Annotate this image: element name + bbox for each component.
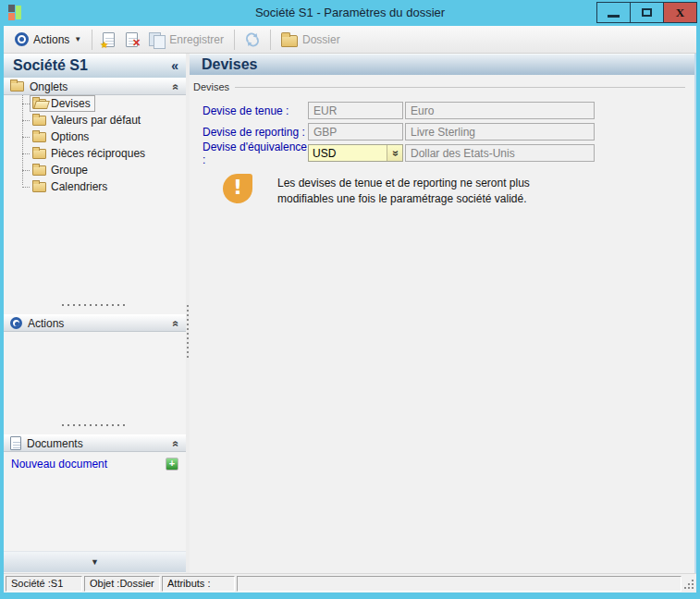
groupbox-line [235, 87, 685, 88]
maximize-icon [642, 8, 652, 17]
chevron-up-icon: « [170, 320, 183, 326]
warning-text: Les devises de tenue et de reporting ne … [277, 174, 544, 207]
actions-menu-button[interactable]: Actions ▼ [9, 31, 87, 48]
devise-reporting-code-field: GBP [308, 123, 403, 141]
tree-item-label: Options [51, 130, 89, 143]
toolbar-separator [270, 30, 271, 50]
form-row-devise-tenue: Devise de tenue : EUR Euro [203, 102, 694, 119]
actions-menu-label: Actions [33, 33, 69, 46]
toolbar-separator [234, 30, 235, 50]
tree-item-groupe[interactable]: Groupe [4, 162, 186, 178]
folder-open-icon [32, 99, 46, 109]
toolbar-separator [92, 30, 92, 50]
main-panel: Devises Devises Devise de tenue : EUR Eu… [190, 54, 696, 573]
refresh-button[interactable] [239, 31, 265, 49]
tree-item-devises[interactable]: Devises [4, 95, 186, 112]
dossier-label: Dossier [302, 33, 340, 46]
devise-tenue-code-field: EUR [308, 102, 403, 119]
resize-grip[interactable] [682, 578, 694, 589]
section-header-actions[interactable]: Actions « [4, 314, 186, 332]
splitter-grip-dots [187, 305, 189, 361]
form-row-devise-equivalence: Devise d'équivalence : USD « Dollar des … [203, 144, 694, 162]
section-label-documents: Documents [27, 437, 167, 450]
dossier-button[interactable]: Dossier [276, 31, 346, 49]
sidebar-title: Société S1 [13, 57, 171, 74]
folder-icon [281, 35, 298, 47]
chevron-down-icon: ▼ [74, 35, 81, 43]
delete-button[interactable]: ✕ [120, 31, 143, 49]
scroll-down-icon: ▼ [91, 557, 99, 567]
tree-item-label: Valeurs par défaut [51, 114, 141, 127]
warning-message: ! Les devises de tenue et de reporting n… [223, 174, 544, 207]
folder-icon [32, 149, 46, 159]
folder-icon [32, 116, 46, 126]
panel-splitter[interactable] [4, 423, 186, 426]
section-header-documents[interactable]: Documents « [4, 434, 186, 452]
tree-item-label: Calendriers [51, 180, 107, 193]
star-icon: ★ [100, 40, 108, 50]
devise-equivalence-combobox[interactable]: USD « [308, 144, 403, 162]
folder-icon [32, 132, 46, 142]
refresh-icon [245, 32, 260, 47]
minimize-button[interactable] [596, 2, 631, 23]
save-label: Enregistrer [169, 33, 224, 46]
folder-icon [32, 165, 46, 176]
warning-icon: ! [223, 174, 252, 203]
tree-item-label: Devises [51, 97, 91, 110]
close-icon: X [676, 6, 684, 20]
tree-item-calendriers[interactable]: Calendriers [4, 178, 186, 195]
app-window: Société S1 - Paramètres du dossier X Act… [0, 0, 700, 599]
actions-target-icon [15, 32, 29, 46]
field-label: Devise d'équivalence : [203, 141, 308, 166]
folder-icon [10, 81, 24, 92]
title-bar[interactable]: Société S1 - Paramètres du dossier X [0, 0, 700, 26]
add-document-button[interactable]: + [166, 458, 178, 471]
sidebar-scroll-down-button[interactable]: ▼ [4, 551, 186, 572]
document-icon [10, 436, 21, 450]
field-label: Devise de tenue : [203, 104, 308, 117]
sidebar: Société S1 « Onglets « Devises Valeurs p… [4, 54, 186, 573]
chevron-up-icon: « [170, 83, 183, 90]
delete-page-icon: ✕ [126, 32, 138, 47]
page-title: Devises [202, 56, 258, 73]
actions-target-icon [10, 317, 22, 329]
section-label-actions: Actions [28, 317, 167, 330]
window-title: Société S1 - Paramètres du dossier [0, 6, 700, 19]
devises-groupbox-header: Devises [193, 81, 685, 92]
new-document-link[interactable]: Nouveau document [11, 458, 166, 471]
tree-item-pieces-reciproques[interactable]: Pièces réciproques [4, 145, 186, 162]
save-button[interactable]: Enregistrer [143, 31, 229, 49]
new-document-button[interactable]: ★ [97, 31, 120, 49]
groupbox-label: Devises [193, 81, 229, 92]
status-empty-panel [237, 576, 682, 592]
devise-equivalence-name-field: Dollar des Etats-Unis [405, 144, 595, 162]
combobox-value: USD [309, 145, 387, 161]
save-icon [149, 32, 165, 47]
main-header: Devises [190, 54, 694, 75]
collapse-sidebar-icon[interactable]: « [171, 58, 178, 73]
devises-form: Devise de tenue : EUR Euro Devise de rep… [203, 102, 694, 162]
maximize-button[interactable] [630, 2, 664, 23]
toolbar: Actions ▼ ★ ✕ Enregistrer [4, 26, 696, 54]
chevron-double-down-icon: « [388, 150, 401, 156]
chevron-up-icon: « [170, 440, 183, 446]
combobox-dropdown-button[interactable]: « [387, 145, 402, 161]
status-bar: Société :S1 Objet :Dossier Attributs : [4, 573, 696, 593]
sidebar-title-bar: Société S1 « [4, 54, 186, 78]
status-attributes: Attributs : [162, 576, 235, 592]
delete-x-icon: ✕ [132, 37, 141, 49]
devise-reporting-name-field: Livre Sterling [405, 123, 595, 141]
folder-icon [32, 182, 46, 192]
close-button[interactable]: X [663, 2, 697, 23]
tree-item-valeurs-par-defaut[interactable]: Valeurs par défaut [4, 112, 186, 128]
status-company: Société :S1 [6, 576, 82, 592]
new-document-row: Nouveau document + [4, 455, 186, 473]
panel-splitter[interactable] [4, 303, 186, 306]
onglets-tree: Devises Valeurs par défaut Options Pièce… [4, 95, 186, 195]
status-object: Objet :Dossier [84, 576, 160, 592]
window-controls: X [597, 2, 697, 23]
form-row-devise-reporting: Devise de reporting : GBP Livre Sterling [203, 123, 694, 141]
tree-item-options[interactable]: Options [4, 128, 186, 145]
tree-item-label: Groupe [51, 164, 88, 177]
section-header-onglets[interactable]: Onglets « [4, 78, 186, 95]
